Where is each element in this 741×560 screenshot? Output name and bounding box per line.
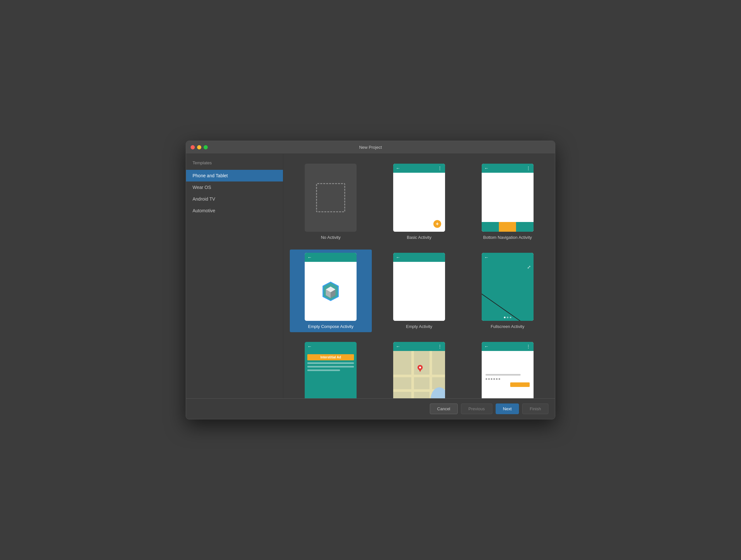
bottom-nav-item-2 xyxy=(499,222,516,232)
sidebar-item-phone-tablet[interactable]: Phone and Tablet xyxy=(186,170,283,182)
pwd-dot-1 xyxy=(486,378,487,380)
map-road-v2 xyxy=(429,351,432,398)
pwd-dot-6 xyxy=(498,378,500,380)
template-no-activity[interactable]: No Activity xyxy=(290,160,372,243)
template-bottom-nav[interactable]: ← ⋮ Bottom Navigation Activity xyxy=(466,160,548,243)
next-button[interactable]: Next xyxy=(496,404,519,414)
indicator-dots xyxy=(504,317,511,318)
interstitial-ad-banner: Interstitial Ad xyxy=(307,354,354,360)
phone-topbar-5: ← xyxy=(482,253,534,262)
login-line-1 xyxy=(486,374,521,375)
template-empty-activity-preview: ← xyxy=(393,253,445,321)
back-arrow-icon-6: ← xyxy=(307,344,312,349)
template-empty-activity[interactable]: ← Empty Activity xyxy=(378,250,460,332)
dashed-placeholder xyxy=(316,183,345,212)
new-project-window: New Project Templates Phone and Tablet W… xyxy=(186,141,555,419)
content-area: Templates Phone and Tablet Wear OS Andro… xyxy=(186,154,555,398)
map-road-v1 xyxy=(411,351,414,398)
back-arrow-icon-4: ← xyxy=(396,255,400,260)
template-empty-activity-label: Empty Activity xyxy=(406,324,432,329)
admob-line-3 xyxy=(307,369,340,371)
traffic-lights xyxy=(191,145,208,149)
pwd-dot-5 xyxy=(496,378,497,380)
pwd-dot-2 xyxy=(488,378,490,380)
login-btn-preview xyxy=(510,382,530,387)
map-road-h1 xyxy=(393,375,445,377)
phone-topbar-2: ← ⋮ xyxy=(482,164,534,173)
admob-line-2 xyxy=(307,366,354,367)
template-no-activity-preview xyxy=(305,164,356,232)
template-basic-activity-preview: ← ⋮ + xyxy=(393,164,445,232)
phone-body-4 xyxy=(393,262,445,321)
phone-topbar: ← ⋮ xyxy=(393,164,445,173)
titlebar: New Project xyxy=(186,141,555,154)
cancel-button[interactable]: Cancel xyxy=(430,404,458,414)
menu-dots-icon-8: ⋮ xyxy=(526,344,531,349)
menu-dots-icon-2: ⋮ xyxy=(526,165,531,171)
login-password-dots xyxy=(486,378,530,380)
template-login[interactable]: ← ⋮ xyxy=(466,339,548,398)
phone-body-2 xyxy=(482,173,534,232)
template-empty-compose-preview: ← xyxy=(305,253,356,321)
login-body xyxy=(482,351,534,398)
template-basic-activity[interactable]: ← ⋮ + Basic Activity xyxy=(378,160,460,243)
bottom-nav-item-1 xyxy=(482,222,499,232)
expand-icon: ⤢ xyxy=(527,265,531,270)
template-login-preview: ← ⋮ xyxy=(482,342,534,398)
compose-logo-icon xyxy=(319,280,342,303)
fullscreen-body: ⤢ xyxy=(482,262,534,321)
template-admob-preview: ← Interstitial Ad xyxy=(305,342,356,398)
sidebar-item-android-tv[interactable]: Android TV xyxy=(186,193,283,205)
bottom-nav-item-3 xyxy=(516,222,533,232)
admob-body: Interstitial Ad xyxy=(305,351,356,398)
window-title: New Project xyxy=(359,145,382,150)
sidebar-item-automotive[interactable]: Automotive xyxy=(186,205,283,216)
template-bottom-nav-label: Bottom Navigation Activity xyxy=(483,235,532,240)
phone-topbar-6: ← xyxy=(305,342,356,351)
dot-3 xyxy=(510,317,511,318)
template-admob[interactable]: ← Interstitial Ad Google AdMob Ads Activ… xyxy=(290,339,372,398)
back-arrow-icon-5: ← xyxy=(484,255,489,260)
maps-body xyxy=(393,351,445,398)
template-no-activity-label: No Activity xyxy=(321,235,341,240)
phone-topbar-8: ← ⋮ xyxy=(482,342,534,351)
template-maps[interactable]: ← ⋮ xyxy=(378,339,460,398)
map-pin-icon xyxy=(417,365,423,372)
template-empty-compose[interactable]: ← xyxy=(290,250,372,332)
back-arrow-icon-3: ← xyxy=(307,255,312,260)
fab-icon: + xyxy=(433,220,441,228)
phone-topbar-4: ← xyxy=(393,253,445,262)
template-basic-activity-label: Basic Activity xyxy=(407,235,431,240)
templates-grid: No Activity ← ⋮ + Basic Activity xyxy=(290,160,548,398)
map-background xyxy=(393,351,445,398)
previous-button: Previous xyxy=(461,404,492,414)
pwd-dot-3 xyxy=(491,378,492,380)
sidebar-item-wear-os[interactable]: Wear OS xyxy=(186,182,283,193)
back-arrow-icon: ← xyxy=(396,165,400,171)
phone-body-3 xyxy=(305,262,356,321)
footer: Cancel Previous Next Finish xyxy=(186,398,555,419)
menu-dots-icon: ⋮ xyxy=(437,165,443,171)
pwd-dot-4 xyxy=(493,378,495,380)
close-button[interactable] xyxy=(191,145,195,149)
sidebar: Templates Phone and Tablet Wear OS Andro… xyxy=(186,154,283,398)
phone-topbar-7: ← ⋮ xyxy=(393,342,445,351)
maximize-button[interactable] xyxy=(204,145,208,149)
dot-1 xyxy=(504,317,506,318)
map-water xyxy=(430,387,445,398)
template-fullscreen-preview: ← ⤢ xyxy=(482,253,534,321)
back-arrow-icon-7: ← xyxy=(396,344,400,349)
minimize-button[interactable] xyxy=(197,145,201,149)
template-fullscreen[interactable]: ← ⤢ Fullscreen Activity xyxy=(466,250,548,332)
phone-body: + xyxy=(393,173,445,232)
back-arrow-icon-8: ← xyxy=(484,344,489,349)
finish-button: Finish xyxy=(522,404,548,414)
template-maps-preview: ← ⋮ xyxy=(393,342,445,398)
templates-area: No Activity ← ⋮ + Basic Activity xyxy=(283,154,555,398)
back-arrow-icon-2: ← xyxy=(484,165,489,171)
svg-marker-7 xyxy=(418,369,422,372)
admob-line-1 xyxy=(307,362,354,364)
sidebar-heading: Templates xyxy=(186,160,283,170)
map-pin-container xyxy=(417,365,423,373)
bottom-navigation-bar xyxy=(482,222,534,232)
